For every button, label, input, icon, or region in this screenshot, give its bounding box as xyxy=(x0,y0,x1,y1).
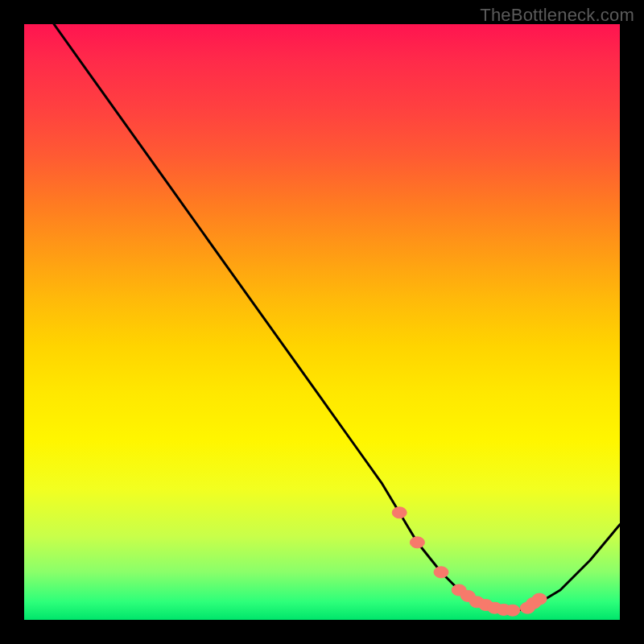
marker-dot xyxy=(506,605,520,616)
marker-dot xyxy=(532,593,547,605)
chart-frame: TheBottleneck.com xyxy=(0,0,644,644)
marker-dot xyxy=(434,567,448,578)
marker-dot xyxy=(392,507,407,518)
marker-dots xyxy=(392,507,547,616)
watermark-text: TheBottleneck.com xyxy=(480,5,634,26)
chart-svg xyxy=(24,24,620,620)
bottleneck-curve xyxy=(54,24,620,611)
plot-area xyxy=(24,24,620,620)
marker-dot xyxy=(410,537,424,548)
